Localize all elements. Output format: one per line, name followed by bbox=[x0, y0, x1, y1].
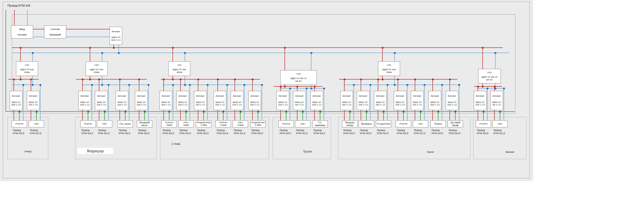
junction-dot bbox=[234, 78, 236, 80]
neutral-feed-wire bbox=[27, 10, 28, 25]
breaker-box: АвтоматВА63 1П16А С С2 bbox=[194, 91, 207, 110]
junction-dot bbox=[203, 111, 205, 113]
junction-dot bbox=[87, 111, 89, 113]
wire-spec-label: ПроводNYM 3x2,5 bbox=[377, 129, 394, 135]
phase-wire bbox=[198, 79, 198, 91]
ground-wire bbox=[88, 112, 88, 120]
junction-dot bbox=[185, 111, 187, 113]
text-line: 10А С С2 bbox=[278, 104, 288, 106]
phase-wire bbox=[344, 110, 345, 120]
load-box: Свет bbox=[97, 120, 112, 127]
text-line: Провод bbox=[234, 129, 251, 132]
junction-dot bbox=[82, 78, 84, 80]
text-line: Провод bbox=[251, 129, 268, 132]
breaker-box: АвтоматВА63 1П16А С С2 bbox=[78, 91, 91, 110]
junction-dot bbox=[310, 52, 312, 54]
neutral-wire bbox=[148, 85, 149, 120]
text-line: УЗО bbox=[25, 64, 29, 66]
phase-wire bbox=[415, 110, 415, 120]
text-line: Свет bbox=[418, 123, 423, 125]
text-line: Провод bbox=[81, 129, 99, 132]
breaker-box: АвтоматВА63 1П16А С С2 bbox=[429, 91, 441, 110]
wire-spec-label: ПроводNYM 3x2,5 bbox=[138, 129, 155, 135]
junction-dot bbox=[243, 84, 245, 86]
junction-dot bbox=[138, 78, 140, 80]
text-line: 16А С С2 bbox=[161, 104, 171, 106]
zone-label: Ванная bbox=[506, 151, 514, 153]
breaker-box: АвтоматВА63 1П16А С С2 bbox=[394, 91, 406, 110]
load-box: Розетки bbox=[80, 120, 96, 127]
neutral-wire bbox=[353, 85, 354, 120]
ground-wire bbox=[350, 112, 350, 120]
text-line: Автомат bbox=[376, 95, 385, 97]
text-line: Автомат bbox=[118, 95, 126, 97]
text-line: Автомат bbox=[313, 95, 321, 97]
text-line: Меркурий bbox=[49, 33, 61, 36]
zone-label: Кухня bbox=[427, 151, 434, 153]
load-box: Водянойнасос bbox=[137, 120, 152, 127]
junction-dot bbox=[184, 84, 186, 86]
breaker-box: АвтоматВА63 1П16А С С2 bbox=[116, 91, 128, 110]
junction-dot bbox=[366, 111, 368, 113]
text-line: ВА63 1П bbox=[233, 101, 241, 104]
junction-dot bbox=[172, 78, 174, 80]
junction-dot bbox=[113, 47, 115, 49]
text-line: ВА63 1П bbox=[448, 101, 456, 104]
wire-spec-label: ПроводNYM 3x2,5 bbox=[280, 129, 297, 135]
text-line: Посудомойка bbox=[377, 123, 390, 125]
text-line: ВА63 1П bbox=[396, 101, 405, 104]
text-line: 10А С С2 bbox=[28, 104, 38, 106]
text-line: Автомат bbox=[81, 95, 89, 97]
junction-dot bbox=[403, 111, 405, 113]
phase-wire bbox=[235, 110, 235, 120]
text-line: Провод bbox=[343, 129, 360, 132]
junction-dot bbox=[458, 84, 460, 86]
text-line: Автомат bbox=[413, 95, 422, 97]
junction-dot bbox=[226, 84, 228, 86]
ground-wire bbox=[169, 112, 169, 120]
text-line: Автомат bbox=[342, 95, 351, 97]
junction-dot bbox=[387, 84, 388, 86]
load-box: Кондиционер bbox=[342, 120, 358, 127]
text-line: Автомат bbox=[12, 95, 20, 97]
text-line: Розетка bbox=[480, 123, 488, 125]
text-line: 10А С С2 bbox=[475, 104, 485, 106]
text-line: ВД63 2п 16А 10 bbox=[291, 77, 307, 80]
wire-spec-label: ПроводNYM 3x1,5 bbox=[179, 129, 196, 135]
junction-dot bbox=[119, 78, 121, 80]
text-line: Автомат bbox=[279, 95, 287, 97]
junction-dot bbox=[420, 111, 422, 113]
text-line: ВА63 1П bbox=[111, 36, 120, 39]
ground-wire bbox=[383, 112, 384, 120]
ground-wire bbox=[36, 112, 37, 120]
text-line: Провод bbox=[360, 129, 377, 132]
breaker-box: АвтоматВА63 1П10А С С2 bbox=[231, 91, 243, 110]
text-line: ВА63 1П bbox=[430, 101, 439, 104]
neutral-wire bbox=[185, 76, 185, 85]
rcd-box: УЗОВД63 2П 40А30МА bbox=[168, 61, 190, 76]
text-line: ВА63 1П bbox=[161, 101, 170, 104]
text-line: мА АС bbox=[486, 78, 493, 81]
ground-wire bbox=[500, 112, 500, 120]
junction-dot bbox=[394, 84, 396, 86]
junction-dot bbox=[449, 78, 451, 80]
ground-wire bbox=[438, 112, 438, 120]
junction-dot bbox=[118, 52, 120, 54]
phase-wire bbox=[119, 110, 120, 120]
text-line: ВА63 1П bbox=[359, 101, 368, 104]
zone-label: Улица bbox=[24, 150, 31, 153]
junction-dot bbox=[89, 47, 91, 49]
text-line: ВА63 1П bbox=[80, 101, 89, 104]
text-line: 16А С С2 bbox=[447, 104, 457, 106]
phase-wire bbox=[99, 79, 99, 91]
junction-dot bbox=[252, 78, 254, 80]
rcd-box: УЗОВД63 2П 40А30МА bbox=[16, 61, 38, 76]
rcd-box: УЗОВД63 2п 16А 10мА АС bbox=[478, 69, 501, 83]
text-line: Провод bbox=[432, 129, 449, 132]
text-line: NYM 3x2,5 bbox=[81, 132, 99, 135]
phase-wire bbox=[82, 110, 83, 120]
phase-wire bbox=[180, 110, 181, 120]
breaker-box: АвтоматВА63 1П16А С С2 bbox=[340, 91, 353, 110]
phase-wire bbox=[314, 110, 315, 120]
wire-spec-label: ПроводNYM 3x1,5 bbox=[234, 129, 251, 135]
